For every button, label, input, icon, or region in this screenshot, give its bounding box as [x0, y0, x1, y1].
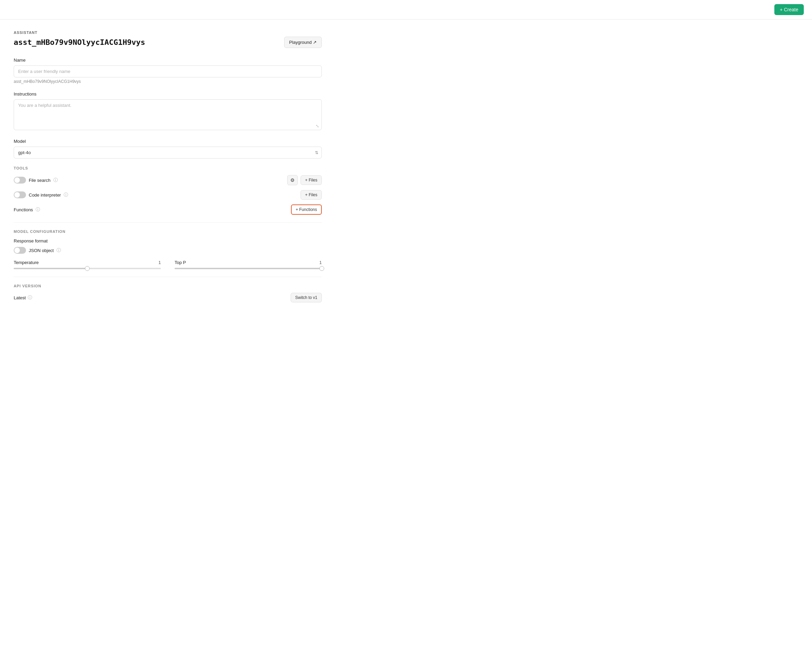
code-interpreter-row: Code interpreter ⓘ + Files — [14, 190, 322, 200]
temperature-value: 1 — [158, 260, 161, 265]
file-search-gear-button[interactable]: ⚙ — [287, 175, 298, 185]
top-p-label: Top P — [174, 260, 186, 265]
main-content: ASSISTANT asst_mHBo79v9NOlyycIACG1H9vys … — [0, 19, 336, 321]
file-search-row: File search ⓘ ⚙ + Files — [14, 175, 322, 185]
instructions-section: Instructions ⤡ — [14, 91, 322, 131]
sliders-row: Temperature 1 Top P 1 — [14, 260, 322, 269]
api-version-label: API VERSION — [14, 284, 322, 288]
api-left: Latest ⓘ — [14, 294, 32, 301]
file-search-left: File search ⓘ — [14, 177, 58, 184]
file-search-name: File search — [29, 178, 51, 183]
resize-icon: ⤡ — [316, 124, 319, 128]
model-configuration-section: MODEL CONFIGURATION Response format JSON… — [14, 230, 322, 269]
file-search-info-icon: ⓘ — [53, 177, 58, 183]
file-search-files-button[interactable]: + Files — [300, 175, 322, 185]
model-section: Model gpt-4o ⇅ — [14, 139, 322, 158]
playground-button[interactable]: Playground ↗ — [284, 37, 322, 48]
top-p-fill — [174, 268, 322, 269]
temperature-label: Temperature — [14, 260, 39, 265]
api-latest-label: Latest — [14, 295, 26, 300]
api-info-icon: ⓘ — [28, 294, 32, 301]
response-format-left: JSON object ⓘ — [14, 247, 61, 254]
temperature-thumb[interactable] — [85, 266, 90, 271]
temperature-group: Temperature 1 — [14, 260, 161, 269]
top-p-value: 1 — [320, 260, 322, 265]
assistant-section: ASSISTANT asst_mHBo79v9NOlyycIACG1H9vys … — [14, 31, 322, 48]
code-interpreter-files-button[interactable]: + Files — [300, 190, 322, 200]
tools-section: TOOLS File search ⓘ ⚙ + Files Code inter… — [14, 166, 322, 215]
file-search-toggle[interactable] — [14, 177, 26, 184]
name-input[interactable] — [14, 65, 322, 78]
model-select[interactable]: gpt-4o — [14, 147, 322, 158]
top-p-thumb[interactable] — [320, 266, 324, 271]
model-select-wrap: gpt-4o ⇅ — [14, 147, 322, 158]
instructions-label: Instructions — [14, 91, 322, 97]
code-interpreter-info-icon: ⓘ — [64, 192, 68, 198]
temperature-header: Temperature 1 — [14, 260, 161, 265]
top-p-slider[interactable] — [174, 268, 322, 269]
functions-left: Functions ⓘ — [14, 207, 40, 213]
functions-right: + Functions — [291, 204, 322, 215]
instructions-textarea[interactable] — [14, 99, 322, 130]
functions-row: Functions ⓘ + Functions — [14, 204, 322, 215]
functions-add-button[interactable]: + Functions — [291, 204, 322, 215]
name-helper-text: asst_mHBo79v9NOlyycIACG1H9vys — [14, 79, 322, 84]
switch-to-v1-button[interactable]: Switch to v1 — [291, 293, 322, 302]
divider-1 — [14, 222, 322, 223]
response-format-label: Response format — [14, 238, 322, 244]
assistant-header: asst_mHBo79v9NOlyycIACG1H9vys Playground… — [14, 37, 322, 48]
model-config-label: MODEL CONFIGURATION — [14, 230, 322, 234]
json-object-name: JSON object — [29, 248, 54, 253]
code-interpreter-right: + Files — [300, 190, 322, 200]
assistant-label: ASSISTANT — [14, 31, 322, 35]
tools-section-label: TOOLS — [14, 166, 322, 170]
name-section: Name asst_mHBo79v9NOlyycIACG1H9vys — [14, 58, 322, 84]
file-search-right: ⚙ + Files — [287, 175, 322, 185]
code-interpreter-toggle[interactable] — [14, 191, 26, 198]
functions-info-icon: ⓘ — [36, 207, 40, 213]
top-p-header: Top P 1 — [174, 260, 322, 265]
response-format-row: JSON object ⓘ — [14, 247, 322, 254]
instructions-textarea-wrap: ⤡ — [14, 99, 322, 131]
temperature-fill — [14, 268, 87, 269]
api-version-section: API VERSION Latest ⓘ Switch to v1 — [14, 284, 322, 302]
top-bar: + Create — [0, 0, 812, 19]
model-label: Model — [14, 139, 322, 144]
name-label: Name — [14, 58, 322, 63]
assistant-id: asst_mHBo79v9NOlyycIACG1H9vys — [14, 38, 145, 47]
create-button[interactable]: + Create — [774, 4, 804, 15]
functions-name: Functions — [14, 207, 33, 212]
json-object-toggle[interactable] — [14, 247, 26, 254]
json-object-info-icon: ⓘ — [57, 247, 61, 254]
code-interpreter-left: Code interpreter ⓘ — [14, 191, 68, 198]
temperature-slider[interactable] — [14, 268, 161, 269]
api-row: Latest ⓘ Switch to v1 — [14, 293, 322, 302]
code-interpreter-name: Code interpreter — [29, 192, 61, 197]
top-p-group: Top P 1 — [174, 260, 322, 269]
